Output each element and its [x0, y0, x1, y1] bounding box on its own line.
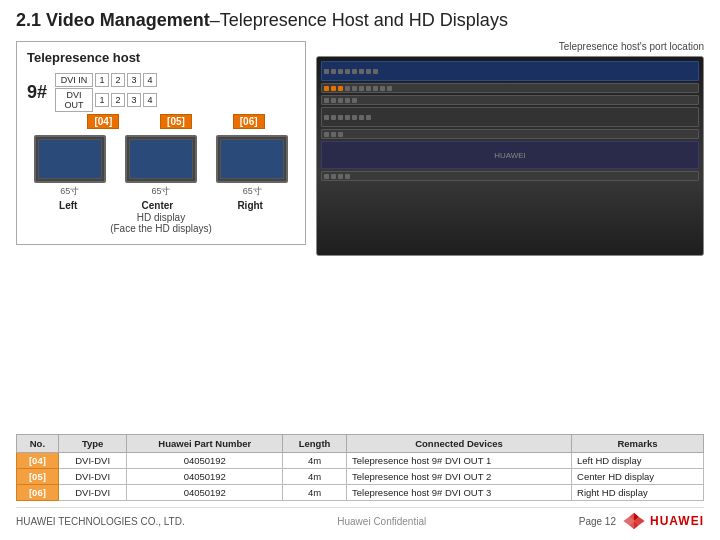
left-panel: Telepresence host 9# DVI IN 1 2 3 4	[16, 41, 306, 426]
col-length: Length	[283, 435, 347, 453]
dvi-out-4: 4	[143, 93, 157, 107]
table-header: No. Type Huawei Part Number Length Conne…	[17, 435, 704, 453]
display-label-right: Right	[237, 200, 263, 211]
cable-table: No. Type Huawei Part Number Length Conne…	[16, 434, 704, 501]
face-note: (Face the HD displays)	[27, 223, 295, 234]
page-number: Page 12	[579, 516, 616, 527]
table-row: [05] DVI-DVI 04050192 4m Telepresence ho…	[17, 469, 704, 485]
hd-screen-inner-center	[129, 139, 193, 179]
hd-screen-center	[125, 135, 197, 183]
rack-unit-3	[321, 95, 699, 105]
telepresence-host-box: Telepresence host 9# DVI IN 1 2 3 4	[16, 41, 306, 245]
rack-unit-7	[321, 171, 699, 181]
hd-screen-left	[34, 135, 106, 183]
row2-remarks: Center HD display	[572, 469, 704, 485]
hd-screen-right	[216, 135, 288, 183]
row2-type: DVI-DVI	[58, 469, 127, 485]
huawei-logo: HUAWEI	[622, 512, 704, 530]
cable-label-06: [06]	[233, 114, 265, 129]
dvi-out-1: 1	[95, 93, 109, 107]
row1-connected: Telepresence host 9# DVI OUT 1	[347, 453, 572, 469]
photo-box: HUAWEI	[316, 56, 704, 256]
hd-display-center: 65寸	[125, 135, 197, 198]
dvi-in-row: DVI IN 1 2 3 4	[55, 73, 157, 87]
col-part: Huawei Part Number	[127, 435, 283, 453]
row3-length: 4m	[283, 485, 347, 501]
table-header-row: No. Type Huawei Part Number Length Conne…	[17, 435, 704, 453]
huawei-logo-icon	[622, 512, 646, 530]
row3-remarks: Right HD display	[572, 485, 704, 501]
col-type: Type	[58, 435, 127, 453]
col-no: No.	[17, 435, 59, 453]
rack-unit-5	[321, 129, 699, 139]
col-connected: Connected Devices	[347, 435, 572, 453]
rack-unit-2	[321, 83, 699, 93]
data-table-section: No. Type Huawei Part Number Length Conne…	[16, 434, 704, 501]
table-row: [04] DVI-DVI 04050192 4m Telepresence ho…	[17, 453, 704, 469]
dvi-in-3: 3	[127, 73, 141, 87]
hd-display-left: 65寸	[34, 135, 106, 198]
row2-length: 4m	[283, 469, 347, 485]
rack-unit-6: HUAWEI	[321, 141, 699, 169]
dvi-out-label: DVI OUT	[55, 88, 93, 112]
rack-unit-4	[321, 107, 699, 127]
right-panel: Telepresence host's port location	[316, 41, 704, 426]
footer-confidential: Huawei Confidential	[337, 516, 426, 527]
row2-part: 04050192	[127, 469, 283, 485]
footer-right: Page 12 HUAWEI	[579, 512, 704, 530]
hd-displays: 65寸 65寸 65寸	[27, 135, 295, 198]
display-label-center: Center	[142, 200, 174, 211]
title-sub: –Telepresence Host and HD Displays	[210, 10, 508, 30]
photo-label: Telepresence host's port location	[316, 41, 704, 52]
cable-label-05: [05]	[160, 114, 192, 129]
row3-part: 04050192	[127, 485, 283, 501]
cable-labels: [04] [05] [06]	[67, 114, 285, 129]
row1-type: DVI-DVI	[58, 453, 127, 469]
hd-screen-inner-left	[38, 139, 102, 179]
hd-screen-inner-right	[220, 139, 284, 179]
hd-display-main-label: HD display	[27, 212, 295, 223]
display-position-labels: Left Center Right	[27, 200, 295, 211]
row1-remarks: Left HD display	[572, 453, 704, 469]
hd-screen-size-left: 65寸	[60, 185, 79, 198]
rack-unit-1	[321, 61, 699, 81]
cable-label-04: [04]	[87, 114, 119, 129]
port-grid: DVI IN 1 2 3 4 DVI OUT 1 2 3 4	[55, 73, 157, 112]
row3-no: [06]	[17, 485, 59, 501]
table-body: [04] DVI-DVI 04050192 4m Telepresence ho…	[17, 453, 704, 501]
row2-no: [05]	[17, 469, 59, 485]
dvi-in-label: DVI IN	[55, 73, 93, 87]
hd-screen-size-center: 65寸	[151, 185, 170, 198]
rack-simulation: HUAWEI	[317, 57, 703, 255]
row2-connected: Telepresence host 9# DVI OUT 2	[347, 469, 572, 485]
row1-part: 04050192	[127, 453, 283, 469]
telepresence-host-title: Telepresence host	[27, 50, 295, 65]
row1-length: 4m	[283, 453, 347, 469]
row3-type: DVI-DVI	[58, 485, 127, 501]
footer-company: HUAWEI TECHNOLOGIES CO., LTD.	[16, 516, 185, 527]
hd-screen-size-right: 65寸	[243, 185, 262, 198]
display-label-left: Left	[59, 200, 77, 211]
dvi-in-2: 2	[111, 73, 125, 87]
page-title: 2.1 Video Management–Telepresence Host a…	[16, 10, 704, 31]
dvi-out-3: 3	[127, 93, 141, 107]
col-remarks: Remarks	[572, 435, 704, 453]
footer: HUAWEI TECHNOLOGIES CO., LTD. Huawei Con…	[16, 507, 704, 530]
dvi-out-2: 2	[111, 93, 125, 107]
dvi-out-row: DVI OUT 1 2 3 4	[55, 88, 157, 112]
table-row: [06] DVI-DVI 04050192 4m Telepresence ho…	[17, 485, 704, 501]
device-row: 9# DVI IN 1 2 3 4 DVI OUT	[27, 73, 295, 112]
hd-display-right: 65寸	[216, 135, 288, 198]
row3-connected: Telepresence host 9# DVI OUT 3	[347, 485, 572, 501]
dvi-in-1: 1	[95, 73, 109, 87]
title-main: 2.1 Video Management	[16, 10, 210, 30]
dvi-in-4: 4	[143, 73, 157, 87]
row1-no: [04]	[17, 453, 59, 469]
content-area: Telepresence host 9# DVI IN 1 2 3 4	[16, 41, 704, 426]
page: 2.1 Video Management–Telepresence Host a…	[0, 0, 720, 540]
huawei-logo-text: HUAWEI	[650, 514, 704, 528]
device-number: 9#	[27, 82, 51, 103]
